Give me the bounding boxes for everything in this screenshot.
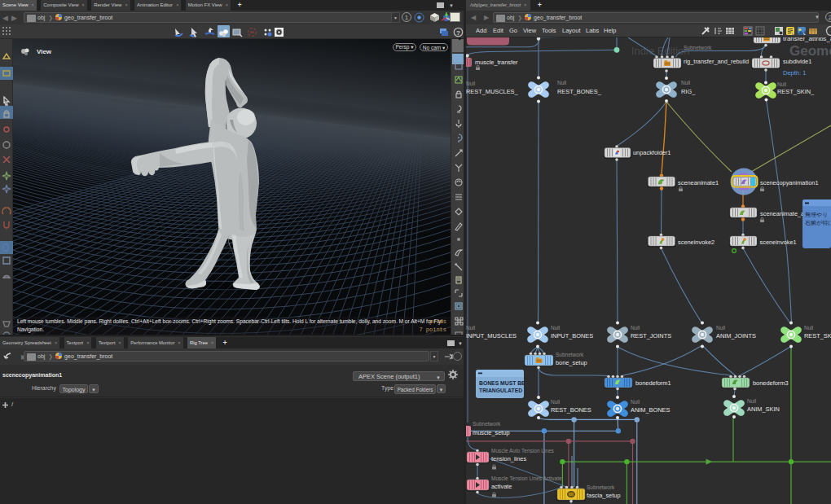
svg-text:Subnetwork: Subnetwork: [556, 352, 584, 357]
svg-text:Subnetwork: Subnetwork: [684, 45, 712, 50]
svg-text:bone_setup: bone_setup: [556, 359, 587, 366]
svg-text:REST_BONES: REST_BONES: [551, 406, 591, 414]
svg-text:Null: Null: [777, 81, 787, 87]
svg-text:Null: Null: [466, 325, 476, 331]
svg-text:Null: Null: [466, 81, 476, 86]
svg-text:Null: Null: [631, 325, 640, 331]
svg-text:Muscle Auto Tension Lines: Muscle Auto Tension Lines: [491, 448, 555, 454]
svg-text:ANIM_BONES: ANIM_BONES: [631, 406, 671, 414]
svg-text:Null: Null: [681, 80, 691, 85]
svg-text:Muscle Tension Lines Activate: Muscle Tension Lines Activate: [491, 476, 562, 481]
svg-text:Indie Edition: Indie Edition: [631, 45, 690, 57]
svg-text:REST_BONES_: REST_BONES_: [557, 88, 602, 95]
svg-text:REST_MUSCLES_: REST_MUSCLES_: [466, 88, 519, 95]
svg-text:REST_SKIN_: REST_SKIN_: [777, 88, 815, 95]
svg-text:Null: Null: [551, 325, 561, 331]
svg-text:Depth: 1: Depth: 1: [783, 69, 806, 77]
svg-text:rig_transfer_and_rebuild: rig_transfer_and_rebuild: [684, 58, 749, 65]
svg-text:Null: Null: [804, 325, 814, 331]
svg-text:bonedeform1: bonedeform1: [635, 379, 671, 387]
svg-text:tension_lines: tension_lines: [491, 455, 526, 462]
svg-text:muscle_setup: muscle_setup: [473, 429, 510, 436]
svg-text:sceneinvoke2: sceneinvoke2: [678, 239, 714, 246]
svg-text:REST_JOINTS: REST_JOINTS: [631, 332, 671, 340]
svg-text:Null: Null: [557, 80, 567, 85]
svg-text:subdivide1: subdivide1: [783, 58, 811, 65]
svg-text:Null: Null: [716, 325, 726, 331]
svg-text:右腑が特に: 右腑が特に: [805, 220, 831, 226]
svg-text:Null: Null: [747, 398, 757, 404]
svg-text:RIG_: RIG_: [681, 88, 696, 95]
svg-text:INPUT_MUSCLES: INPUT_MUSCLES: [466, 332, 517, 340]
svg-text:Geometr: Geometr: [789, 43, 831, 59]
svg-text:transfer_attribs_an: transfer_attribs_an: [783, 37, 831, 42]
svg-text:Null: Null: [631, 399, 640, 405]
svg-text:Null: Null: [551, 399, 561, 405]
svg-text:muscle_transfer: muscle_transfer: [475, 59, 518, 66]
svg-text:fascia_setup: fascia_setup: [587, 492, 621, 499]
svg-text:scenecopyanimation1: scenecopyanimation1: [760, 179, 819, 186]
svg-text:REST_SKIN: REST_SKIN: [804, 332, 831, 340]
svg-text:BONES MUST BE: BONES MUST BE: [479, 380, 525, 386]
svg-text:ANIM_SKIN: ANIM_SKIN: [747, 405, 780, 413]
svg-text:無理やり: 無理やり: [805, 212, 828, 218]
svg-text:activate: activate: [491, 483, 512, 490]
svg-text:sceneanimate1: sceneanimate1: [678, 179, 719, 186]
svg-text:sceneinvoke1: sceneinvoke1: [760, 239, 797, 246]
svg-text:Subnetwork: Subnetwork: [473, 421, 501, 427]
svg-text:INPUT_BONES: INPUT_BONES: [551, 332, 593, 340]
svg-text:bonedeform3: bonedeform3: [753, 379, 789, 387]
svg-text:Subnetwork: Subnetwork: [587, 484, 615, 490]
svg-text:unpackfolder1: unpackfolder1: [633, 149, 671, 156]
svg-text:TRIANGULATED: TRIANGULATED: [479, 388, 522, 393]
svg-text:ANIM_JOINTS: ANIM_JOINTS: [716, 332, 756, 340]
